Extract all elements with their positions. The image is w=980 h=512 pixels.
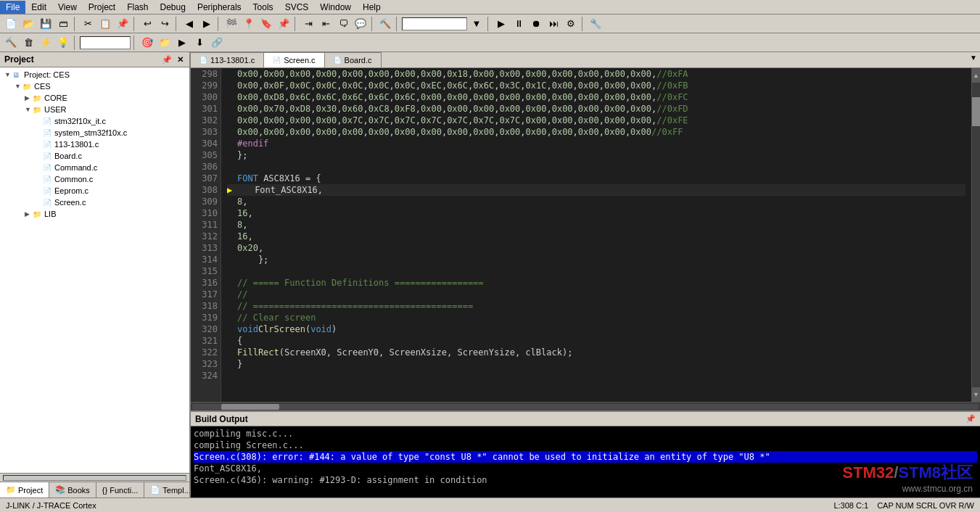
editor-tab-13801[interactable]: 📄113-13801.c xyxy=(191,52,264,67)
bookmark1-btn[interactable]: 🏁 xyxy=(223,17,239,31)
build-output-content[interactable]: compiling misc.c...compiling Screen.c...… xyxy=(191,426,980,497)
main-layout: Project 📌 ✕ ▼🖥Project: CES▼📁CES▶📁CORE▼📁U… xyxy=(0,52,980,497)
status-right: L:308 C:1 CAP NUM SCRL OVR R/W xyxy=(833,501,974,510)
build-btn[interactable]: 🔨 xyxy=(377,17,393,31)
cut-btn[interactable]: ✂ xyxy=(80,17,96,31)
tree-item-user[interactable]: ▼📁USER xyxy=(1,104,188,115)
build-output-header: Build Output 📌 xyxy=(191,412,980,426)
comment-btn[interactable]: 🗨 xyxy=(335,17,351,31)
debug2-btn[interactable]: ⏸ xyxy=(511,17,527,31)
target4-btn[interactable]: ⬇ xyxy=(192,36,207,50)
clean-btn[interactable]: 🗑 xyxy=(20,36,36,50)
menu-flash[interactable]: Flash xyxy=(121,1,154,14)
debug5-btn[interactable]: ⚙ xyxy=(563,17,579,31)
code-line xyxy=(227,370,965,381)
panel-close-btn[interactable]: ✕ xyxy=(175,54,185,65)
code-line: 0x00,0xD8,0x6C,0x6C,0x6C,0x6C,0x6C,0x00,… xyxy=(227,91,965,103)
menu-help[interactable]: Help xyxy=(357,1,387,14)
code-line: ▶ Font_ASC8X16, xyxy=(227,184,965,196)
panel-controls: 📌 ✕ xyxy=(162,54,185,65)
batch-btn[interactable]: ⚡ xyxy=(38,36,54,50)
menu-svcs[interactable]: SVCS xyxy=(279,1,315,14)
project-tabs: 📁Project📚Books{}Functi...📄Templ... xyxy=(0,482,189,497)
code-line: 0x00,0x0F,0x0C,0x0C,0x0C,0x0C,0x0C,0xEC,… xyxy=(227,80,965,91)
tree-item-command[interactable]: 📄Command.c xyxy=(1,162,188,173)
editor-tab-screen[interactable]: 📄Screen.c xyxy=(264,52,324,67)
uncomment-btn[interactable]: 💬 xyxy=(353,17,368,31)
redo-btn[interactable]: ↪ xyxy=(157,17,173,31)
tools-dropdown[interactable]: GTimeout xyxy=(402,17,467,30)
bookmark4-btn[interactable]: 📌 xyxy=(276,17,292,31)
tree-item-root[interactable]: ▼🖥Project: CES xyxy=(1,69,188,80)
code-line: FillRect(ScreenX0, ScreenY0, ScreenXsize… xyxy=(227,347,965,358)
menu-edit[interactable]: Edit xyxy=(25,1,52,14)
save-btn[interactable]: 💾 xyxy=(38,17,54,31)
tree-item-common[interactable]: 📄Common.c xyxy=(1,173,188,185)
next-btn[interactable]: ▶ xyxy=(199,17,215,31)
code-line: } xyxy=(227,358,965,370)
menu-debug[interactable]: Debug xyxy=(155,1,192,14)
flash2-btn[interactable]: 💡 xyxy=(55,36,71,50)
tree-item-board[interactable]: 📄Board.c xyxy=(1,150,188,162)
build-line: compiling misc.c... xyxy=(194,428,977,439)
tree-item-stm32f10x_it[interactable]: 📄stm32f10x_it.c xyxy=(1,115,188,127)
project-tab-books[interactable]: 📚Books xyxy=(49,482,96,497)
tree-item-lib[interactable]: ▶📁LIB xyxy=(1,208,188,220)
project-tree[interactable]: ▼🖥Project: CES▼📁CES▶📁CORE▼📁USER 📄stm32f1… xyxy=(0,67,189,473)
menu-tools[interactable]: Tools xyxy=(247,1,279,14)
tree-item-core[interactable]: ▶📁CORE xyxy=(1,92,188,104)
file-icon-13801: 📄 xyxy=(199,57,207,64)
debug1-btn[interactable]: ▶ xyxy=(493,17,509,31)
status-left: J-LINK / J-TRACE Cortex xyxy=(6,501,96,510)
debug3-btn[interactable]: ⏺ xyxy=(528,17,544,31)
project-dropdown[interactable]: CES xyxy=(80,36,131,49)
project-tab-project[interactable]: 📁Project xyxy=(0,482,49,497)
code-line: 16, xyxy=(227,207,965,219)
code-content[interactable]: 0x00,0x00,0x00,0x00,0x00,0x00,0x00,0x00,… xyxy=(221,68,971,402)
menu-bar: File Edit View Project Flash Debug Perip… xyxy=(0,0,980,15)
tree-item-screen[interactable]: 📄Screen.c xyxy=(1,197,188,208)
target5-btn[interactable]: 🔗 xyxy=(209,36,225,50)
build-line: Font_ASC8X16, xyxy=(194,463,977,474)
copy-btn[interactable]: 📋 xyxy=(97,17,113,31)
target2-btn[interactable]: 📁 xyxy=(157,36,173,50)
new-file-btn[interactable]: 📄 xyxy=(3,17,19,31)
project-tab-templ[interactable]: 📄Templ... xyxy=(144,482,191,497)
menu-window[interactable]: Window xyxy=(314,1,357,14)
menu-view[interactable]: View xyxy=(52,1,83,14)
outdent-btn[interactable]: ⇤ xyxy=(318,17,334,31)
target3-btn[interactable]: ▶ xyxy=(174,36,190,50)
debug4-btn[interactable]: ⏭ xyxy=(545,17,561,31)
open-btn[interactable]: 📂 xyxy=(20,17,36,31)
sep10 xyxy=(74,36,77,50)
tree-item-ces[interactable]: ▼📁CES xyxy=(1,80,188,92)
undo-btn[interactable]: ↩ xyxy=(139,17,155,31)
project-tab-funcs[interactable]: {}Functi... xyxy=(96,482,144,497)
code-line: 0x20, xyxy=(227,242,965,254)
horizontal-scrollbar[interactable] xyxy=(191,402,980,410)
tree-item-13801[interactable]: 📄113-13801.c xyxy=(1,139,188,150)
build2-btn[interactable]: 🔨 xyxy=(3,36,19,50)
tree-item-system_stm32f10x[interactable]: 📄system_stm32f10x.c xyxy=(1,127,188,139)
project-panel-title: Project xyxy=(4,54,34,65)
menu-peripherals[interactable]: Peripherals xyxy=(192,1,247,14)
build-output-pin[interactable]: 📌 xyxy=(965,414,976,424)
save-all-btn[interactable]: 🗃 xyxy=(55,17,71,31)
indent-btn[interactable]: ⇥ xyxy=(300,17,316,31)
settings-btn[interactable]: 🔧 xyxy=(588,17,604,31)
tools-dropdown-arrow[interactable]: ▼ xyxy=(469,17,485,31)
bookmark3-btn[interactable]: 🔖 xyxy=(258,17,274,31)
bookmark2-btn[interactable]: 📍 xyxy=(241,17,257,31)
file-icon-screen: 📄 xyxy=(273,57,281,64)
target1-btn[interactable]: 🎯 xyxy=(139,36,155,50)
panel-pin-btn[interactable]: 📌 xyxy=(162,54,172,65)
menu-file[interactable]: File xyxy=(0,1,25,14)
tree-item-eeprom[interactable]: 📄Eeprom.c xyxy=(1,185,188,197)
editor-tab-board[interactable]: 📄Board.c xyxy=(325,52,382,67)
code-line: #endif xyxy=(227,138,965,149)
code-line: 8, xyxy=(227,196,965,207)
editor-tabs-dropdown[interactable]: ▼ xyxy=(967,52,980,67)
prev-btn[interactable]: ◀ xyxy=(181,17,197,31)
paste-btn[interactable]: 📌 xyxy=(115,17,131,31)
menu-project[interactable]: Project xyxy=(83,1,121,14)
